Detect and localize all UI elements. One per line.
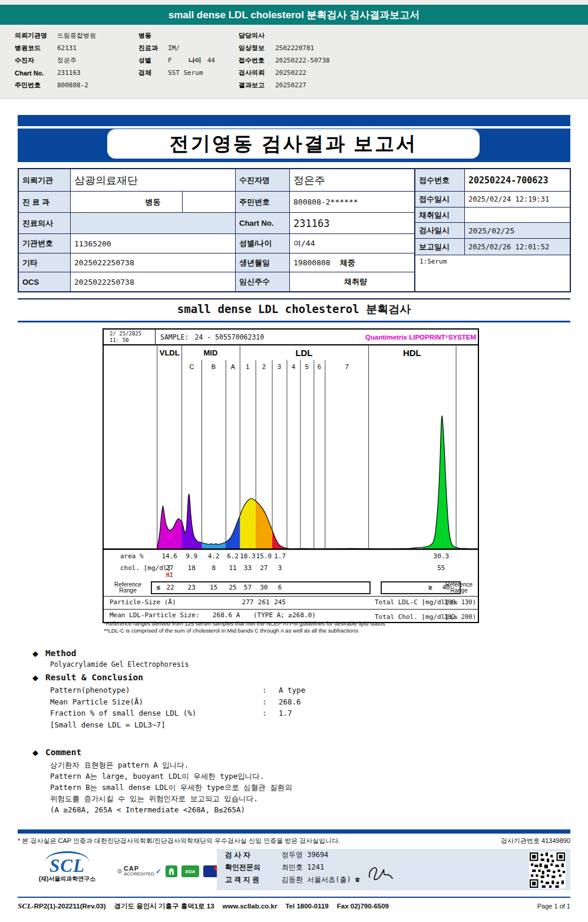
cap-seal-icon: ⚙ (117, 868, 123, 875)
electrophoresis-plot: VLDL MID LDL HDL C B A 1 2 3 4 5 6 7 (104, 345, 478, 551)
table-value: 2025022250738 (71, 272, 236, 291)
diamond-icon: ◆ (32, 674, 38, 681)
patient-info-col2: 병동 진료과IM/ 성별F나이44 검체SST Serum (138, 29, 215, 79)
info-row: Chart No.231163 (15, 67, 96, 79)
signature-icon (367, 864, 394, 882)
info-row: 병동 (138, 29, 215, 42)
footer-rule (18, 897, 570, 898)
band-label-ldl: LDL (295, 348, 312, 358)
lab-report-page: small dense LDL cholesterol 분획검사 검사결과보고서… (0, 0, 588, 922)
info-row: 담당의사 (239, 29, 330, 42)
table-label: 의뢰기관 (19, 169, 71, 192)
divider-line (18, 298, 570, 299)
table-label: 주민번호 (236, 192, 290, 213)
table-value: 2025/02/26 12:01:52 (465, 239, 570, 255)
result-note: [Small dense LDL = LDL3~7] (50, 719, 305, 730)
reference-range-row: ReferenceRange ≤ 22 23 15 25 57 30 6 ≥ 4… (104, 580, 478, 596)
lipoprint-header: 2/ 25/2025 11: 50 SAMPLE: 24 - 505570062… (104, 330, 478, 345)
report-info-table: 의뢰기관 삼광의료재단 수진자명 정은주 진 료 과 병동 주민번호 80080… (18, 168, 571, 292)
result-row: Pattern(phenotype):A type (50, 684, 305, 696)
table-label: 접수번호 (415, 169, 465, 192)
hdl-peak (422, 416, 461, 549)
table-value (71, 213, 236, 234)
subband-label: 6 (318, 363, 321, 370)
info-row: 접수번호20250222-50738 (239, 54, 330, 67)
hi-flag: HI (166, 572, 173, 578)
trace-outline (157, 416, 477, 549)
band-label-vldl: VLDL (160, 348, 180, 357)
subband-label: 2 (262, 363, 266, 370)
table-label: 성별/나이 (236, 234, 290, 253)
page-number: Page 1 of 1 (537, 903, 570, 910)
table-value: 여/44 (290, 234, 414, 253)
area-percent-row: area % 14.6 9.9 4.2 6.2 18.3 15.0 1.7 30… (104, 551, 478, 562)
patient-info-col3: 담당의사 임상정보2502220781 접수번호20250222-50738 검… (239, 29, 330, 91)
subband-label: 3 (278, 363, 281, 370)
table-label: Chart No. (236, 213, 290, 234)
doc-number: SCL-RP2(1)-202211(Rev.03) (18, 901, 106, 911)
ldl1-peak (240, 499, 256, 549)
vldl-peak (157, 506, 182, 549)
subband-label: A (231, 363, 236, 370)
table-label: 채취일시 (415, 208, 465, 223)
website: www.scllab.co.kr (223, 903, 278, 910)
patient-info-section: small dense LDL cholesterol 분획검사 검사결과보고서… (0, 0, 588, 99)
table-label: 생년월일 (236, 253, 290, 272)
footer-navy-bar (18, 829, 570, 834)
eda-badge-icon: EDA (181, 865, 199, 877)
info-row: 진료과IM/ (138, 42, 215, 54)
info-row: 검체SST Serum (138, 67, 215, 79)
subband-label: 7 (345, 363, 349, 370)
result-heading: ◆Result & Conclusion (32, 673, 305, 682)
subband-label: C (190, 363, 194, 370)
diamond-icon: ◆ (32, 749, 38, 756)
check-icon: ✓ (156, 867, 161, 875)
accreditation-badges: ⚙ CAPACCREDITED ✓ EDA (117, 865, 219, 877)
chart-footnotes: *Reference ranges derived from 125 serum… (104, 620, 385, 634)
method-section: ◆Method Polyacrylamide Gel Electrophores… (32, 648, 305, 730)
footer-bottom-row: SCL-RP2(1)-202211(Rev.03) 경기도 용인시 기흥구 흥덕… (18, 901, 570, 911)
kolas-badge-icon (166, 865, 177, 877)
table-value: 11365200 (71, 234, 236, 253)
section-title: small dense LDL cholesterol 분획검사 (0, 302, 588, 317)
table-label: OCS (19, 272, 71, 291)
certification-row: * 본 검사실은 CAP 인증과 대한진단검사의학회/진단검사의학재단의 우수검… (18, 837, 570, 845)
info-row: 결과보고20250227 (239, 79, 330, 91)
table-label: 접수일시 (415, 192, 465, 208)
chart-datetime: 2/ 25/2025 11: 50 (104, 330, 156, 344)
table-label: 보고일시 (415, 239, 465, 255)
comment-heading: ◆Comment (32, 748, 292, 757)
table-value: 2025/02/25 (465, 223, 570, 239)
info-row: 성별F나이44 (138, 54, 215, 67)
info-row: 임상정보2502220781 (239, 42, 330, 54)
fax: Fax 02)790-6509 (337, 903, 389, 910)
table-value: 19800808체중 (290, 253, 414, 272)
divider-line-blue (18, 321, 570, 322)
table-label: 기타 (19, 253, 71, 272)
qr-code (529, 852, 566, 888)
sign-row: 검 사 자정두영 39694 (217, 849, 570, 861)
diamond-icon: ◆ (32, 650, 38, 657)
table-value (465, 208, 570, 223)
chol-row: chol. [mg/dl] 27 HI 18 8 11 33 27 3 55 (104, 562, 478, 580)
band-label-mid: MID (204, 348, 218, 357)
page-title: 전기영동 검사결과 보고서 (170, 131, 417, 157)
lipoprint-chart: 2/ 25/2025 11: 50 SAMPLE: 24 - 505570062… (103, 328, 479, 623)
table-value: 2025/02/24 12:19:31 (465, 192, 570, 208)
banner-top-bar (18, 115, 570, 126)
table-value: 2025022250738 (71, 253, 236, 272)
sample-id: SAMPLE: 24 - 505570062310 (156, 330, 365, 344)
result-row: Fraction % of small dense LDL (%):1.7 (50, 707, 305, 719)
org-number: 검사기관번호 41349890 (501, 837, 570, 845)
footer-sign-area: SCL (재)서울의과학연구소 ⚙ CAPACCREDITED ✓ EDA 검 … (18, 849, 570, 893)
table-value: 정은주 (290, 169, 414, 192)
table-value: 231163 (290, 213, 414, 234)
table-label: 기관번호 (19, 234, 71, 253)
table-label: 검사일시 (415, 223, 465, 239)
info-row: 주민번호800808-2 (15, 79, 96, 91)
signature-box: 검 사 자정두영 39694 확인전문의최민호 1241 고 객 지 원김동환 … (217, 849, 570, 890)
table-label: 진 료 과 (19, 192, 71, 213)
table-value: 병동 (71, 192, 236, 213)
cert-note: * 본 검사실은 CAP 인증과 대한진단검사의학회/진단검사의학재단의 우수검… (18, 837, 340, 845)
banner-title-box: 전기영동 검사결과 보고서 (107, 129, 480, 159)
